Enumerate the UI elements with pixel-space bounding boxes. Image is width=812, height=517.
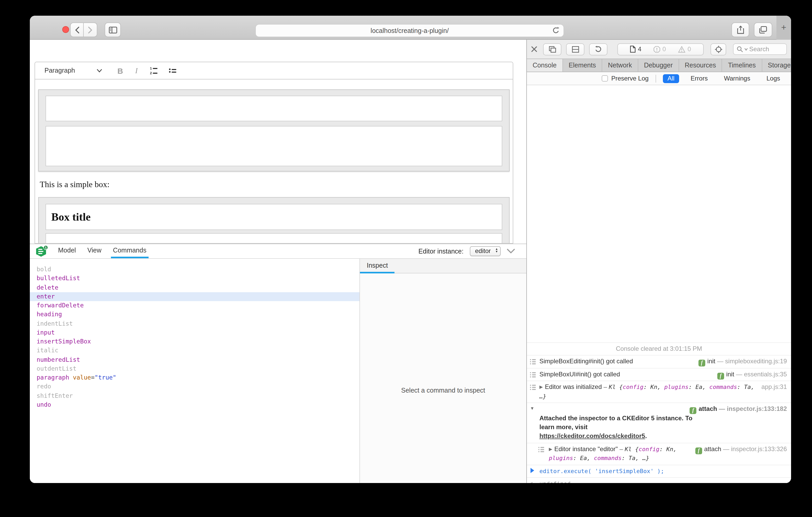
command-input[interactable]: input — [30, 328, 359, 337]
tab-inspect[interactable]: Inspect — [360, 259, 395, 273]
command-redo[interactable]: redo — [30, 383, 359, 392]
console-filter-all[interactable]: All — [663, 74, 679, 83]
source-location-link[interactable]: essentials.js:35 — [744, 371, 787, 378]
disclosure-triangle-icon[interactable]: ▼ — [530, 405, 534, 412]
share-button[interactable] — [731, 23, 749, 37]
tab-model[interactable]: Model — [56, 244, 78, 258]
tab-overview-button[interactable] — [754, 23, 772, 37]
search-input[interactable] — [749, 45, 781, 53]
console-input-echo[interactable]: editor.execute( 'insertSimpleBox' ); — [527, 464, 791, 477]
new-tab-button[interactable]: + — [776, 16, 791, 40]
ckeditor-logo-icon: 5 — [36, 246, 47, 257]
console-message[interactable]: finit — essentials.js:35SimpleBoxUI#init… — [527, 368, 791, 381]
reload-icon[interactable] — [552, 27, 559, 34]
back-button[interactable] — [70, 23, 84, 37]
meta-dash: — — [716, 358, 725, 365]
simple-box-title-field[interactable]: Box title — [46, 204, 502, 230]
devtools-search-field[interactable] — [733, 43, 787, 55]
sidebar-button[interactable] — [105, 23, 121, 37]
console-filter-logs[interactable]: Logs — [762, 74, 785, 83]
plus-icon: + — [781, 23, 786, 33]
command-name: enter — [37, 293, 55, 300]
command-indentList[interactable]: indentList — [30, 319, 359, 328]
console-log: Console cleared at 3:01:15 PM finit — si… — [527, 85, 791, 483]
object-preview-segment: { — [619, 384, 622, 391]
forward-button[interactable] — [84, 23, 97, 37]
command-insertSimpleBox[interactable]: insertSimpleBox — [30, 337, 359, 346]
devtools-tab-console[interactable]: Console — [527, 59, 563, 71]
devtools-tabbar: ConsoleElementsNetworkDebuggerResourcesT… — [527, 59, 791, 72]
command-undo[interactable]: undo — [30, 400, 359, 409]
console-message-attached[interactable]: fattach — inspector.js:133:182▼Attached … — [527, 402, 791, 443]
command-delete[interactable]: delete — [30, 283, 359, 292]
console-log-icon — [539, 447, 544, 452]
source-location-link[interactable]: inspector.js:133:182 — [727, 405, 787, 413]
console-empty-space — [527, 85, 791, 342]
tab-commands[interactable]: Commands — [111, 244, 149, 258]
disclosure-triangle-icon[interactable]: ▶ — [549, 447, 552, 452]
disclosure-triangle-icon[interactable]: ▶ — [540, 384, 543, 390]
source-location-link[interactable]: app.js:31 — [761, 383, 787, 391]
devtools-tab-resources[interactable]: Resources — [679, 59, 722, 71]
command-name: delete — [37, 283, 58, 291]
safari-window: localhost/creating-a-plugin/ + — [30, 16, 791, 483]
console-filter-errors[interactable]: Errors — [686, 74, 712, 83]
address-bar[interactable]: localhost/creating-a-plugin/ — [255, 24, 564, 37]
console-result[interactable]: <·undefined — [527, 477, 791, 483]
command-numberedList[interactable]: numberedList — [30, 355, 359, 364]
command-outdentList[interactable]: outdentList — [30, 364, 359, 373]
simple-box-description-field[interactable] — [46, 233, 502, 244]
detach-devtools-button[interactable] — [543, 43, 561, 55]
command-italic[interactable]: italic — [30, 346, 359, 356]
collapse-inspector-button[interactable] — [507, 249, 515, 253]
chevron-down-icon[interactable] — [97, 69, 102, 72]
editor-instance-select[interactable]: editor ▲▼ — [470, 246, 501, 256]
console-message-expandable[interactable]: fattach — inspector.js:133:326▶Editor in… — [527, 443, 791, 465]
command-shiftEnter[interactable]: shiftEnter — [30, 391, 359, 400]
command-forwardDelete[interactable]: forwardDelete — [30, 301, 359, 310]
devtools-tab-storage[interactable]: Storage — [762, 59, 791, 71]
close-devtools-button[interactable] — [531, 46, 537, 52]
command-paragraph[interactable]: paragraph value="true" — [30, 373, 359, 383]
reload-page-button[interactable] — [589, 43, 607, 55]
inspect-pane: Inspect Select a command to inspect — [359, 259, 526, 483]
ckeditor-docs-link[interactable]: https://ckeditor.com/docs/ckeditor5 — [540, 433, 645, 440]
preserve-log-checkbox[interactable] — [602, 75, 608, 82]
filter-divider — [655, 74, 656, 82]
italic-button[interactable]: I — [135, 66, 138, 75]
command-bold[interactable]: bold — [30, 265, 359, 274]
command-heading[interactable]: heading — [30, 310, 359, 320]
page-count: 4 — [630, 45, 641, 53]
message-text: Attached the inspector to a CKEditor 5 i… — [540, 414, 696, 441]
command-name: indentList — [37, 320, 73, 327]
bold-button[interactable]: B — [117, 66, 123, 75]
command-enter[interactable]: enter — [30, 292, 359, 301]
source-location-link[interactable]: inspector.js:133:326 — [731, 446, 787, 453]
simple-box-title-field[interactable] — [46, 96, 502, 121]
paragraph-dropdown[interactable]: Paragraph — [45, 67, 75, 74]
tab-view[interactable]: View — [85, 244, 104, 258]
devtools-tab-elements[interactable]: Elements — [563, 59, 602, 71]
devtools-tab-timelines[interactable]: Timelines — [722, 59, 762, 71]
object-preview-segment: : — [660, 446, 667, 453]
element-picker-button[interactable] — [710, 43, 726, 55]
source-location-link[interactable]: simpleboxediting.js:19 — [725, 358, 787, 365]
dock-side-button[interactable] — [566, 43, 584, 55]
close-window-button[interactable] — [62, 26, 69, 33]
preserve-log-toggle[interactable]: Preserve Log — [602, 75, 649, 82]
editor-paragraph[interactable]: This is a simple box: — [40, 180, 513, 189]
simple-box-description-field[interactable] — [46, 126, 502, 166]
devtools-tab-debugger[interactable]: Debugger — [638, 59, 679, 71]
console-message[interactable]: finit — simpleboxediting.js:19SimpleBoxE… — [527, 355, 791, 368]
console-filter-warnings[interactable]: Warnings — [719, 74, 755, 83]
simple-box-widget-empty[interactable] — [38, 89, 510, 172]
bulleted-list-button[interactable] — [169, 68, 176, 73]
simple-box-widget[interactable]: Box title — [38, 197, 510, 244]
message-meta: finit — simpleboxediting.js:19 — [698, 357, 787, 367]
devtools-tab-network[interactable]: Network — [602, 59, 638, 71]
numbered-list-button[interactable]: 1 2 — [149, 66, 157, 75]
console-message-expandable[interactable]: app.js:31▶Editor was initialized – Kl {c… — [527, 381, 791, 402]
sidebar-icon — [109, 26, 117, 33]
issues-summary-button[interactable]: 4 0 0 — [617, 43, 704, 55]
command-bulletedList[interactable]: bulletedList — [30, 274, 359, 283]
